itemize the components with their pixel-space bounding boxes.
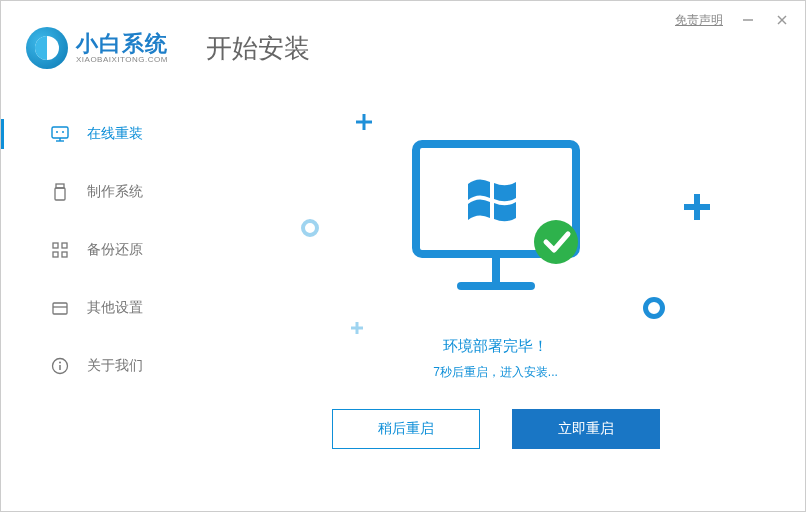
sidebar-item-label: 关于我们: [87, 357, 143, 375]
close-button[interactable]: [773, 11, 791, 29]
restart-now-button[interactable]: 立即重启: [512, 409, 660, 449]
svg-point-7: [62, 131, 64, 133]
sidebar-item-1[interactable]: 制作系统: [1, 167, 186, 217]
svg-point-17: [59, 362, 61, 364]
sidebar-item-3[interactable]: 其他设置: [1, 283, 186, 333]
info-icon: [51, 357, 69, 375]
svg-point-6: [56, 131, 58, 133]
svg-rect-14: [53, 303, 67, 314]
svg-rect-3: [52, 127, 68, 138]
box-icon: [51, 299, 69, 317]
brand-title: 小白系统: [76, 32, 168, 56]
status-title: 环境部署完毕！: [186, 337, 805, 356]
sidebar-item-2[interactable]: 备份还原: [1, 225, 186, 275]
ring-icon: [301, 219, 319, 237]
brand-subtitle: XIAOBAIXITONG.COM: [76, 56, 168, 65]
sidebar-item-4[interactable]: 关于我们: [1, 341, 186, 391]
page-title: 开始安装: [206, 31, 310, 66]
svg-rect-10: [53, 243, 58, 248]
sidebar-item-label: 备份还原: [87, 241, 143, 259]
illustration: [186, 104, 805, 334]
plus-icon: [356, 114, 372, 130]
disclaimer-link[interactable]: 免责声明: [675, 12, 723, 29]
status-countdown: 7秒后重启，进入安装...: [186, 364, 805, 381]
svg-rect-11: [62, 243, 67, 248]
minimize-button[interactable]: [739, 11, 757, 29]
sidebar: 在线重装制作系统备份还原其他设置关于我们: [1, 79, 186, 489]
svg-rect-12: [53, 252, 58, 257]
svg-point-28: [534, 220, 578, 264]
monitor-illustration: [406, 134, 586, 304]
restart-later-button[interactable]: 稍后重启: [332, 409, 480, 449]
plus-icon: [351, 322, 363, 334]
main-content: 环境部署完毕！ 7秒后重启，进入安装... 稍后重启 立即重启: [186, 79, 805, 489]
svg-rect-13: [62, 252, 67, 257]
sidebar-item-label: 在线重装: [87, 125, 143, 143]
grid-icon: [51, 241, 69, 259]
sidebar-item-label: 其他设置: [87, 299, 143, 317]
sidebar-item-label: 制作系统: [87, 183, 143, 201]
logo-icon: [26, 27, 68, 69]
usb-icon: [51, 183, 69, 201]
app-logo: 小白系统 XIAOBAIXITONG.COM: [26, 27, 186, 69]
plus-icon: [684, 194, 710, 220]
sidebar-item-0[interactable]: 在线重装: [1, 109, 186, 159]
svg-rect-9: [55, 188, 65, 200]
monitor-icon: [51, 125, 69, 143]
ring-icon: [643, 297, 665, 319]
